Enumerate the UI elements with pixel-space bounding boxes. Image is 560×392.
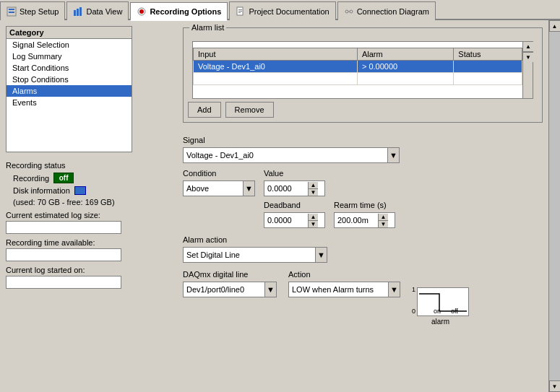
content-area: Alarm list Input Alarm Status Vo <box>177 20 548 392</box>
add-button[interactable]: Add <box>188 102 221 118</box>
x-label-off: off <box>451 308 458 315</box>
alarm-list-group: Alarm list Input Alarm Status Vo <box>183 27 543 123</box>
sidebar-item-log-summary[interactable]: Log Summary <box>7 51 132 62</box>
alarm-svg <box>418 288 470 317</box>
signal-dropdown-arrow[interactable]: ▼ <box>387 148 399 162</box>
rearm-label: Rearm time (s) <box>334 201 395 209</box>
rearm-group: Rearm time (s) 200.00m ▲ ▼ <box>334 201 395 228</box>
row-input: Voltage - Dev1_ai0 <box>194 61 358 73</box>
daqmx-dropdown-arrow[interactable]: ▼ <box>264 282 276 297</box>
daqmx-group: DAQmx digital line Dev1/port0/line0 ▼ <box>183 270 277 297</box>
tab-project-doc-label: Project Documentation <box>249 7 329 16</box>
rearm-down[interactable]: ▼ <box>379 221 388 227</box>
row-status <box>454 61 522 73</box>
rearm-up[interactable]: ▲ <box>379 214 388 221</box>
alarm-diagram-container: 1 0 on <box>412 284 469 326</box>
sidebar-item-events[interactable]: Events <box>7 97 132 108</box>
value-spinner[interactable]: 0.0000 ▲ ▼ <box>264 180 325 196</box>
svg-point-13 <box>345 10 348 13</box>
recording-time-input[interactable] <box>6 248 121 261</box>
signal-dropdown[interactable]: Voltage - Dev1_ai0 ▼ <box>183 147 400 163</box>
alarm-table-scrollbar[interactable]: ▲ ▼ <box>522 42 533 98</box>
y-label-1: 1 <box>412 286 415 293</box>
svg-rect-9 <box>238 9 242 10</box>
alarm-action-dropdown-arrow[interactable]: ▼ <box>315 248 327 262</box>
project-doc-icon <box>236 6 246 17</box>
remove-button[interactable]: Remove <box>225 102 274 118</box>
svg-rect-11 <box>238 12 241 13</box>
rearm-spinner[interactable]: 200.00m ▲ ▼ <box>334 212 395 228</box>
table-row-empty1[interactable] <box>194 73 522 85</box>
table-row[interactable]: Voltage - Dev1_ai0 > 0.00000 <box>194 61 522 73</box>
scroll-up-arrow[interactable]: ▲ <box>549 20 561 32</box>
value-group: Value 0.0000 ▲ ▼ <box>264 169 325 196</box>
value-down[interactable]: ▼ <box>309 189 318 196</box>
tab-bar: Step Setup Data View Recording Options <box>0 0 560 20</box>
recording-status-title: Recording status <box>6 161 171 170</box>
alarm-table-wrap: Input Alarm Status Voltage - Dev1_ai0 > … <box>192 41 533 99</box>
value-input[interactable]: 0.0000 <box>264 184 308 193</box>
condition-group: Condition Above ▼ <box>183 169 255 196</box>
scroll-down-arrow[interactable]: ▼ <box>549 380 561 392</box>
alarm-action-dropdown[interactable]: Set Digital Line ▼ <box>183 247 327 263</box>
log-size-input[interactable] <box>6 221 121 234</box>
rearm-input[interactable]: 200.00m <box>335 216 378 225</box>
daqmx-label: DAQmx digital line <box>183 270 277 279</box>
condition-dropdown-arrow[interactable]: ▼ <box>243 181 254 196</box>
svg-rect-5 <box>79 7 82 16</box>
action-dropdown-arrow[interactable]: ▼ <box>388 282 400 297</box>
daqmx-row: DAQmx digital line Dev1/port0/line0 ▼ Ac… <box>183 270 543 326</box>
recording-toggle[interactable]: off <box>53 173 74 183</box>
sidebar-item-alarms[interactable]: Alarms <box>7 85 132 97</box>
main-container: Category Signal Selection Log Summary St… <box>0 20 560 392</box>
action-label: Action <box>288 270 400 279</box>
scroll-down[interactable]: ▼ <box>523 52 533 62</box>
deadband-rearm-row: Deadband 0.0000 ▲ ▼ Rearm time (s) 200.0… <box>264 201 543 228</box>
sidebar: Category Signal Selection Log Summary St… <box>0 20 177 392</box>
scroll-up[interactable]: ▲ <box>523 42 533 52</box>
deadband-down[interactable]: ▼ <box>309 221 318 227</box>
alarm-diagram-row: 1 0 on <box>412 284 469 316</box>
tab-project-documentation[interactable]: Project Documentation <box>229 1 335 20</box>
action-dropdown[interactable]: LOW when Alarm turns ▼ <box>288 282 400 297</box>
sidebar-item-signal-selection[interactable]: Signal Selection <box>7 39 132 51</box>
alarm-list-label: Alarm list <box>189 23 226 32</box>
disk-info-row: Disk information <box>6 186 171 195</box>
deadband-spinner-btns: ▲ ▼ <box>308 214 318 227</box>
tab-connection-diagram[interactable]: Connection Diagram <box>337 1 436 20</box>
deadband-label: Deadband <box>264 201 325 209</box>
col-status: Status <box>454 48 522 61</box>
col-alarm: Alarm <box>357 48 453 61</box>
condition-value: Above <box>184 184 243 193</box>
log-started-input[interactable] <box>6 276 121 289</box>
tab-recording-options[interactable]: Recording Options <box>130 2 228 21</box>
condition-label: Condition <box>183 169 255 178</box>
alarm-diagram: on off <box>417 287 469 316</box>
condition-dropdown[interactable]: Above ▼ <box>183 180 255 196</box>
tab-step-setup-label: Step Setup <box>20 7 59 16</box>
right-scrollbar: ▲ ▼ <box>548 20 560 392</box>
condition-value-row: Condition Above ▼ Value 0.0000 ▲ ▼ <box>183 169 543 196</box>
category-box: Category Signal Selection Log Summary St… <box>6 26 132 152</box>
signal-section: Signal Voltage - Dev1_ai0 ▼ <box>183 130 543 163</box>
tab-recording-options-label: Recording Options <box>150 7 221 16</box>
data-view-icon <box>73 6 83 17</box>
deadband-up[interactable]: ▲ <box>309 214 318 221</box>
alarm-action-label: Alarm action <box>183 235 543 244</box>
svg-rect-2 <box>9 12 14 13</box>
y-axis: 1 0 <box>412 286 415 315</box>
deadband-group: Deadband 0.0000 ▲ ▼ <box>264 201 325 228</box>
recording-status: Recording status Recording off Disk info… <box>6 161 171 289</box>
deadband-input[interactable]: 0.0000 <box>264 216 308 225</box>
tab-step-setup[interactable]: Step Setup <box>0 1 65 20</box>
daqmx-dropdown[interactable]: Dev1/port0/line0 ▼ <box>183 282 277 297</box>
empty-cell2 <box>357 73 453 85</box>
alarm-action-section: Alarm action Set Digital Line ▼ <box>183 235 543 263</box>
sidebar-item-stop-conditions[interactable]: Stop Conditions <box>7 74 132 85</box>
value-up[interactable]: ▲ <box>309 182 318 189</box>
rearm-spinner-btns: ▲ ▼ <box>378 214 388 227</box>
tab-data-view[interactable]: Data View <box>66 1 129 20</box>
scroll-track-main[interactable] <box>549 32 560 380</box>
sidebar-item-start-conditions[interactable]: Start Conditions <box>7 62 132 74</box>
deadband-spinner[interactable]: 0.0000 ▲ ▼ <box>264 212 325 228</box>
